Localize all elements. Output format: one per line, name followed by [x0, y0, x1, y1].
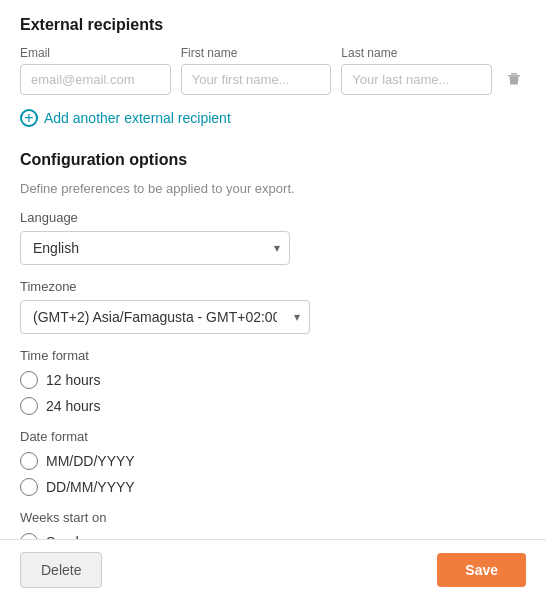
- first-name-group: First name: [181, 46, 332, 95]
- last-name-input[interactable]: [341, 64, 492, 95]
- configuration-description: Define preferences to be applied to your…: [20, 181, 526, 196]
- date-format-mdy-option[interactable]: MM/DD/YYYY: [20, 452, 526, 470]
- email-input[interactable]: [20, 64, 171, 95]
- first-name-label: First name: [181, 46, 332, 60]
- recipient-form-row: Email First name Last name: [20, 46, 526, 95]
- date-format-section: Date format MM/DD/YYYY DD/MM/YYYY: [20, 429, 526, 496]
- time-format-12h-option[interactable]: 12 hours: [20, 371, 526, 389]
- time-format-12h-label: 12 hours: [46, 372, 100, 388]
- timezone-field: Timezone (GMT+2) Asia/Famagusta - GMT+02…: [20, 279, 526, 348]
- date-format-dmy-option[interactable]: DD/MM/YYYY: [20, 478, 526, 496]
- footer-bar: Delete Save: [0, 539, 546, 600]
- svg-rect-1: [511, 73, 517, 75]
- time-format-12h-radio[interactable]: [20, 371, 38, 389]
- external-recipients-title: External recipients: [20, 16, 526, 34]
- timezone-select[interactable]: (GMT+2) Asia/Famagusta - GMT+02:00 (GMT+…: [20, 300, 310, 334]
- save-button[interactable]: Save: [437, 553, 526, 587]
- timezone-label: Timezone: [20, 279, 526, 294]
- remove-recipient-button[interactable]: [502, 63, 526, 95]
- time-format-24h-option[interactable]: 24 hours: [20, 397, 526, 415]
- add-recipient-label: Add another external recipient: [44, 110, 231, 126]
- main-container: External recipients Email First name Las…: [0, 0, 546, 600]
- last-name-group: Last name: [341, 46, 492, 95]
- add-external-recipient-button[interactable]: + Add another external recipient: [20, 105, 231, 131]
- time-format-24h-label: 24 hours: [46, 398, 100, 414]
- delete-button[interactable]: Delete: [20, 552, 102, 588]
- configuration-section: Configuration options Define preferences…: [20, 151, 526, 577]
- date-format-mdy-label: MM/DD/YYYY: [46, 453, 135, 469]
- last-name-label: Last name: [341, 46, 492, 60]
- language-select-wrapper: English French Spanish German Portuguese…: [20, 231, 290, 265]
- language-field: Language English French Spanish German P…: [20, 210, 526, 279]
- first-name-input[interactable]: [181, 64, 332, 95]
- date-format-dmy-label: DD/MM/YYYY: [46, 479, 135, 495]
- language-label: Language: [20, 210, 526, 225]
- date-format-label: Date format: [20, 429, 526, 444]
- time-format-label: Time format: [20, 348, 526, 363]
- configuration-title: Configuration options: [20, 151, 526, 169]
- time-format-section: Time format 12 hours 24 hours: [20, 348, 526, 415]
- language-select[interactable]: English French Spanish German Portuguese: [20, 231, 290, 265]
- plus-circle-icon: +: [20, 109, 38, 127]
- weeks-start-label: Weeks start on: [20, 510, 526, 525]
- external-recipients-section: External recipients Email First name Las…: [20, 16, 526, 131]
- date-format-mdy-radio[interactable]: [20, 452, 38, 470]
- time-format-24h-radio[interactable]: [20, 397, 38, 415]
- trash-icon: [507, 72, 521, 86]
- email-group: Email: [20, 46, 171, 95]
- timezone-select-wrapper: (GMT+2) Asia/Famagusta - GMT+02:00 (GMT+…: [20, 300, 310, 334]
- email-label: Email: [20, 46, 171, 60]
- date-format-dmy-radio[interactable]: [20, 478, 38, 496]
- svg-rect-0: [508, 75, 520, 77]
